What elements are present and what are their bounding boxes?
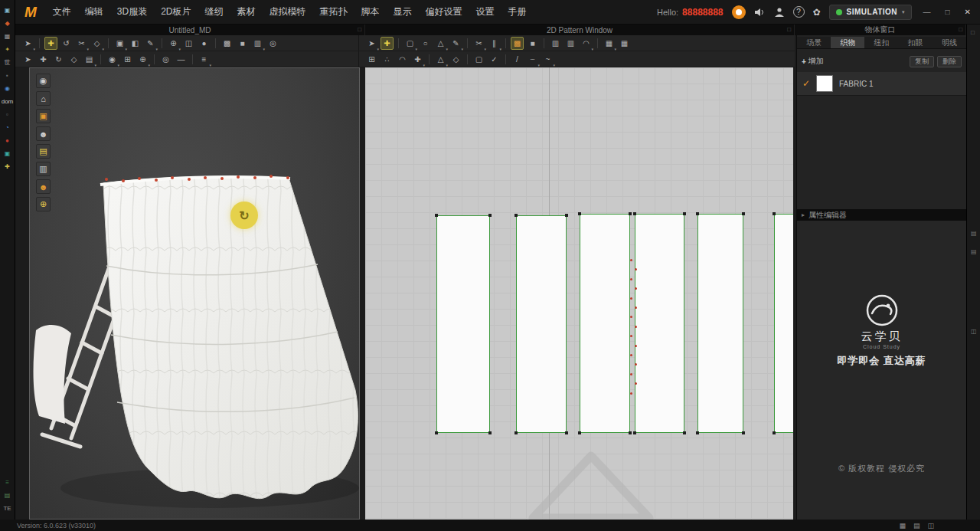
float-window-icon[interactable]: □ xyxy=(358,25,361,34)
notch-tool-icon[interactable]: ◠▾ xyxy=(580,37,593,50)
free-sewing-tool-icon[interactable]: ∥▾ xyxy=(488,37,501,50)
dock-app-13[interactable]: ≡ xyxy=(2,477,14,488)
folder-icon[interactable]: ▤ xyxy=(36,144,51,159)
edit-curve-tool-icon[interactable]: ✎▾ xyxy=(449,37,462,50)
menu-item-10[interactable]: 显示 xyxy=(387,5,419,18)
gizmo-rotate-tool-icon[interactable]: ↻ xyxy=(52,53,65,66)
transform-2d-tool-icon[interactable]: ✚ xyxy=(381,37,394,50)
model-icon[interactable]: ☻ xyxy=(36,179,51,194)
simulation-toggle[interactable]: SIMULATION ▾ xyxy=(829,5,912,20)
menu-item-9[interactable]: 脚本 xyxy=(354,5,387,18)
close-button[interactable]: ✕ xyxy=(962,8,974,16)
dock-app-3[interactable]: ▦ xyxy=(2,31,14,42)
rectangle-pattern-tool-icon[interactable]: ▢▾ xyxy=(403,37,416,50)
pattern-fill-tool-icon[interactable]: ■ xyxy=(526,37,539,50)
polygon-tool-icon[interactable]: ▣▾ xyxy=(113,37,126,50)
right-dock-icon-1[interactable]: □ xyxy=(971,29,975,36)
dock-app-12[interactable]: ✚ xyxy=(2,162,14,172)
help-icon[interactable]: ? xyxy=(793,6,805,18)
polygon-pattern-tool-icon[interactable]: △▾ xyxy=(434,37,447,50)
sewing-edit-tool-icon[interactable]: ✂▾ xyxy=(75,37,88,50)
select-2d-tool-icon[interactable]: ➤▾ xyxy=(365,37,378,50)
menu-item-3[interactable]: 3D服装 xyxy=(110,5,154,18)
menu-item-12[interactable]: 设置 xyxy=(469,5,501,18)
basting-tool-icon[interactable]: ┄▾ xyxy=(526,53,539,66)
steam-tool-icon[interactable]: ● xyxy=(198,37,211,50)
dock-app-1[interactable]: ▣ xyxy=(2,5,14,16)
dock-app-4[interactable]: ✦ xyxy=(2,44,14,55)
texture-tool-icon[interactable]: ▩ xyxy=(220,37,234,50)
pleat-fold-tool-icon[interactable]: ▥ xyxy=(549,37,562,50)
pin-3d-tool-icon[interactable]: ◉▾ xyxy=(106,53,119,66)
right-dock-icon-2[interactable]: ▤ xyxy=(971,230,977,237)
baseline-tool-icon[interactable]: ▢ xyxy=(472,53,485,66)
measure-tool-icon[interactable]: — xyxy=(175,53,188,66)
avatar-icon[interactable]: ☻ xyxy=(36,126,51,141)
maximize-button[interactable]: □ xyxy=(942,8,953,16)
menu-item-5[interactable]: 缝纫 xyxy=(198,5,230,18)
pin-tool-icon[interactable]: ◇▾ xyxy=(90,37,103,50)
gizmo-scale-tool-icon[interactable]: ◇ xyxy=(67,53,80,66)
user-icon[interactable] xyxy=(774,7,785,17)
menu-item-13[interactable]: 手册 xyxy=(501,5,534,18)
avatar-display-icon[interactable]: ▣ xyxy=(36,109,51,123)
viewport-3d-titlebar[interactable]: Untitled_MD □ xyxy=(15,25,365,35)
sewing-tool-icon[interactable]: ✎▾ xyxy=(144,37,157,50)
fabric-list-item[interactable]: ✓ FABRIC 1 xyxy=(797,72,966,96)
garment-icon[interactable]: ⌂ xyxy=(36,91,51,106)
pattern-2d-titlebar[interactable]: 2D Pattern Window □ xyxy=(365,25,795,35)
focus-tool-icon[interactable]: ◎ xyxy=(159,53,172,66)
wind-controller-tool-icon[interactable]: ▤▾ xyxy=(83,53,96,66)
dock-app-10[interactable]: ● xyxy=(2,136,14,146)
gizmo-move-tool-icon[interactable]: ✚ xyxy=(37,53,50,66)
paw-icon[interactable]: ✿ xyxy=(813,7,821,18)
check-icon[interactable]: ✓ xyxy=(802,78,810,89)
add-fabric-button[interactable]: + 增加 xyxy=(802,56,824,67)
globe-icon[interactable]: ⊕ xyxy=(36,197,51,211)
elastic-tool-icon[interactable]: ~▾ xyxy=(541,53,554,66)
dock-label-te[interactable]: TE xyxy=(2,503,14,514)
fabric-swatch[interactable] xyxy=(816,75,833,92)
pattern-window-2d[interactable] xyxy=(365,67,793,520)
menu-item-8[interactable]: 重拓扑 xyxy=(313,5,354,18)
internal-line-tool-icon[interactable]: / xyxy=(511,53,524,66)
dock-app-2[interactable]: ◆ xyxy=(2,18,14,29)
menu-item-1[interactable]: 文件 xyxy=(46,5,78,18)
dock-app-9[interactable]: ◔ xyxy=(2,123,14,133)
float-window-icon[interactable]: □ xyxy=(959,25,962,34)
tab-buttonhole[interactable]: 扣眼 xyxy=(899,37,933,48)
circle-pattern-tool-icon[interactable]: ○ xyxy=(419,37,432,50)
delete-fabric-button[interactable]: 删除 xyxy=(937,56,962,67)
right-dock-icon-4[interactable]: ◫ xyxy=(971,328,977,335)
status-icon-3[interactable]: ◫ xyxy=(927,522,934,529)
property-editor-header[interactable]: ▸ 属性编辑器 xyxy=(797,209,966,221)
dock-label-dom[interactable]: dom xyxy=(2,97,14,107)
tab-fabric[interactable]: 织物 xyxy=(831,37,864,48)
camera-icon[interactable]: ◉ xyxy=(36,74,51,88)
dock-app-8[interactable]: ▫ xyxy=(2,110,14,120)
dock-app-5[interactable]: 世 xyxy=(2,57,14,68)
add-pin-tool-icon[interactable]: ⊕▾ xyxy=(136,53,149,66)
dock-app-14[interactable]: ▤ xyxy=(2,490,14,501)
menu-item-6[interactable]: 素材 xyxy=(230,5,263,18)
tab-topstitch[interactable]: 明线 xyxy=(933,37,966,48)
scene-icon[interactable]: ▥ xyxy=(36,162,51,176)
segment-sewing-tool-icon[interactable]: ✂▾ xyxy=(472,37,485,50)
tab-scene[interactable]: 场景 xyxy=(797,37,831,48)
show-points-tool-icon[interactable]: ∴ xyxy=(381,53,394,66)
render-list-tool-icon[interactable]: ≡▾ xyxy=(198,53,211,66)
tack-tool-icon[interactable]: ⊕▾ xyxy=(167,37,180,50)
dark-texture-tool-icon[interactable]: ■ xyxy=(236,37,249,50)
object-window-titlebar[interactable]: 物体窗口 □ xyxy=(795,25,966,35)
pattern-grid-tool-icon[interactable]: ▦ xyxy=(618,37,631,50)
check-pattern-tool-icon[interactable]: ✓ xyxy=(488,53,501,66)
snap-tool-icon[interactable]: ⊞ xyxy=(365,53,378,66)
right-dock-icon-3[interactable]: ▤ xyxy=(971,248,977,255)
seam-allowance-tool-icon[interactable]: ◇ xyxy=(449,53,462,66)
tab-button[interactable]: 纽扣 xyxy=(864,37,898,48)
select-tool-icon[interactable]: ➤▾ xyxy=(21,37,34,50)
record-icon[interactable] xyxy=(732,5,746,19)
viewport-3d[interactable]: ◉⌂▣☻▤▥☻⊕ ↻ xyxy=(29,67,360,520)
menu-item-2[interactable]: 编辑 xyxy=(78,5,110,18)
float-window-icon[interactable]: □ xyxy=(787,25,791,34)
